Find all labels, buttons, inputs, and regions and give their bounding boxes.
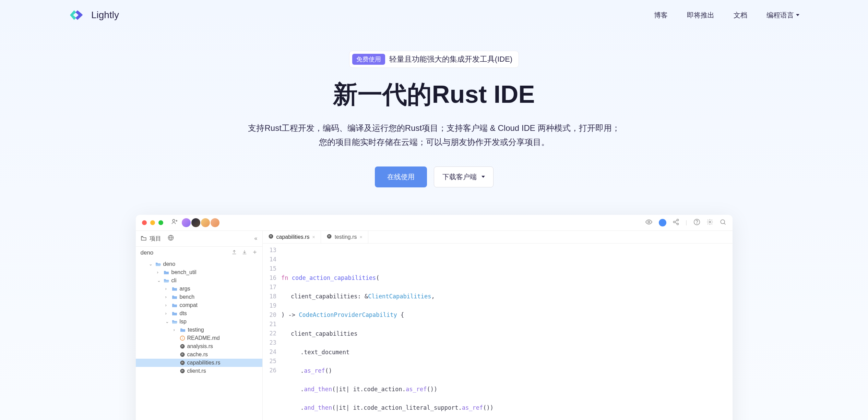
tree-item[interactable]: Rclient.rs (136, 367, 262, 375)
editor-tab[interactable]: Rcapabilities.rs× (263, 231, 321, 243)
chevron-down-icon (796, 14, 799, 16)
tree-item[interactable]: ›bench_util (136, 268, 262, 276)
tree-item[interactable]: ⌄lsp (136, 318, 262, 326)
globe-icon[interactable] (167, 234, 174, 243)
nav-coming[interactable]: 即将推出 (687, 11, 714, 20)
ide-titlebar: | (136, 215, 733, 231)
free-badge: 免费使用 (352, 54, 385, 65)
maximize-window-icon[interactable] (158, 220, 163, 225)
svg-point-11 (709, 221, 711, 223)
logo[interactable]: Lightly (69, 8, 119, 22)
nav-lang-label: 编程语言 (766, 11, 794, 20)
hero-tagline: 轻量且功能强大的集成开发工具(IDE) (389, 54, 512, 64)
project-name: deno (141, 249, 154, 256)
download-button[interactable]: 下载客户端 (434, 166, 494, 187)
svg-point-4 (677, 219, 679, 221)
svg-line-8 (675, 222, 677, 223)
upload-icon[interactable] (231, 249, 237, 257)
tree-item[interactable]: Rcapabilities.rs (136, 359, 262, 367)
add-user-icon[interactable] (171, 218, 178, 227)
search-icon[interactable] (720, 219, 726, 227)
tree-item[interactable]: iREADME.md (136, 334, 262, 342)
tree-root[interactable]: ⌄deno (136, 260, 262, 268)
add-icon[interactable] (252, 249, 258, 257)
svg-text:R: R (181, 369, 183, 373)
logo-icon (69, 8, 86, 22)
close-icon[interactable]: × (360, 234, 362, 240)
hero-badge-row: 免费使用 轻量且功能强大的集成开发工具(IDE) (349, 51, 519, 68)
line-gutter: 1314151617181920212223242526 (263, 244, 281, 420)
svg-text:R: R (328, 235, 330, 238)
avatar[interactable] (201, 218, 210, 227)
code-area[interactable]: 1314151617181920212223242526 fn code_act… (263, 244, 733, 420)
svg-point-6 (677, 223, 679, 225)
logo-text: Lightly (91, 10, 119, 21)
collapse-icon[interactable]: « (254, 235, 258, 242)
tree-item[interactable]: ⌄cli (136, 276, 262, 285)
svg-line-7 (675, 220, 677, 221)
file-tree: ⌄deno›bench_util⌄cli›args›bench›compat›d… (136, 259, 262, 378)
tree-item[interactable]: ›args (136, 285, 262, 293)
avatar[interactable] (191, 218, 200, 227)
sidebar-tab-project[interactable]: 项目 (141, 234, 161, 244)
close-window-icon[interactable] (142, 220, 147, 225)
editor-tabs: Rcapabilities.rs×Rtesting.rs× (263, 231, 733, 244)
project-row: deno (136, 247, 262, 259)
sidebar-header: 项目 « (136, 231, 262, 247)
sidebar: 项目 « deno ⌄deno›bench_util⌄cli›args›benc… (136, 231, 263, 420)
nav: 博客 即将推出 文档 编程语言 (654, 11, 799, 20)
download-icon[interactable] (242, 249, 247, 257)
avatar[interactable] (211, 218, 219, 227)
tree-item[interactable]: ›compat (136, 301, 262, 309)
header: Lightly 博客 即将推出 文档 编程语言 (0, 0, 868, 30)
tree-item[interactable]: Ranalysis.rs (136, 342, 262, 350)
svg-point-3 (648, 221, 650, 223)
editor: Rcapabilities.rs×Rtesting.rs× 1314151617… (263, 231, 733, 420)
hero-description: 支持Rust工程开发，编码、编译及运行您的Rust项目；支持客户端 & Clou… (228, 121, 640, 149)
svg-text:R: R (181, 361, 183, 365)
svg-point-5 (674, 221, 675, 223)
gear-icon[interactable] (706, 219, 713, 227)
svg-text:R: R (270, 235, 272, 238)
tree-item[interactable]: ›dts (136, 309, 262, 318)
code-body: fn code_action_capabilities( client_capa… (281, 244, 520, 420)
minimize-window-icon[interactable] (150, 220, 155, 225)
chevron-down-icon (481, 176, 485, 178)
editor-tab[interactable]: Rtesting.rs× (321, 231, 368, 243)
avatar[interactable] (182, 218, 191, 227)
hero-buttons: 在线使用 下载客户端 (0, 166, 868, 187)
help-icon[interactable] (693, 219, 700, 227)
svg-point-0 (173, 219, 175, 222)
svg-text:R: R (181, 345, 183, 348)
nav-blog[interactable]: 博客 (654, 11, 668, 20)
tree-item[interactable]: ›testing (136, 326, 262, 334)
tree-item[interactable]: ›bench (136, 293, 262, 301)
svg-text:i: i (182, 336, 183, 340)
eye-icon[interactable] (645, 218, 653, 227)
window-controls (142, 220, 163, 225)
close-icon[interactable]: × (312, 234, 315, 240)
run-badge-icon[interactable] (659, 219, 666, 226)
share-icon[interactable] (673, 219, 679, 227)
nav-docs[interactable]: 文档 (734, 11, 747, 20)
online-use-button[interactable]: 在线使用 (375, 166, 427, 187)
hero: 免费使用 轻量且功能强大的集成开发工具(IDE) 新一代的Rust IDE 支持… (0, 30, 868, 215)
hero-title: 新一代的Rust IDE (0, 78, 868, 111)
tree-item[interactable]: Rcache.rs (136, 350, 262, 359)
svg-text:R: R (181, 353, 183, 356)
nav-lang[interactable]: 编程语言 (766, 11, 799, 20)
collaborator-avatars (182, 218, 219, 227)
svg-line-13 (724, 223, 725, 224)
ide-window: | 项目 « deno (136, 215, 733, 420)
svg-point-10 (697, 223, 697, 223)
svg-point-12 (721, 220, 725, 224)
download-button-label: 下载客户端 (442, 172, 477, 182)
